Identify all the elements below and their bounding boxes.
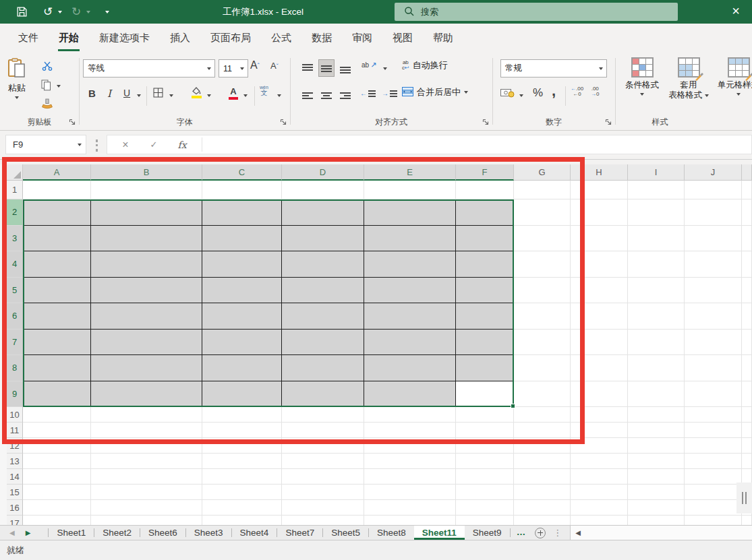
- cell-i17[interactable]: [628, 516, 685, 525]
- cell-a12[interactable]: [23, 438, 91, 454]
- column-header-i[interactable]: I: [628, 164, 685, 181]
- accounting-dropdown-icon[interactable]: [519, 94, 523, 97]
- cell-d4[interactable]: [282, 251, 364, 278]
- row-header-6[interactable]: 6: [7, 303, 23, 330]
- cell-c5[interactable]: [202, 278, 282, 304]
- redo-dropdown-icon[interactable]: [86, 11, 90, 13]
- cell-b1[interactable]: [91, 181, 202, 199]
- cell-e5[interactable]: [364, 278, 456, 304]
- cell-b15[interactable]: [91, 485, 202, 500]
- font-dialog-launcher-icon[interactable]: [280, 119, 288, 127]
- cell-e1[interactable]: [364, 181, 456, 199]
- cell-c9[interactable]: [202, 381, 282, 408]
- decrease-font-size-icon[interactable]: Aˇ: [270, 61, 279, 71]
- row-header-9[interactable]: 9: [7, 381, 23, 408]
- align-middle-icon[interactable]: [318, 59, 335, 77]
- cell-a1[interactable]: [23, 181, 91, 199]
- row-header-5[interactable]: 5: [7, 278, 23, 304]
- row-header-7[interactable]: 7: [7, 330, 23, 356]
- cell-i8[interactable]: [628, 355, 685, 381]
- cell-c10[interactable]: [202, 407, 282, 423]
- cell-f13[interactable]: [456, 454, 514, 469]
- cell-f16[interactable]: [456, 500, 514, 516]
- increase-font-size-icon[interactable]: Aˆ: [250, 59, 260, 71]
- phonetic-dropdown-icon[interactable]: [277, 94, 281, 97]
- cell-a4[interactable]: [23, 251, 91, 278]
- quick-access-customize-icon[interactable]: [105, 11, 109, 13]
- cell-e17[interactable]: [364, 516, 456, 525]
- cell-i9[interactable]: [628, 381, 685, 408]
- cell-j10[interactable]: [685, 407, 742, 423]
- cell-j11[interactable]: [685, 423, 742, 438]
- cell-i4[interactable]: [628, 251, 685, 278]
- column-header-c[interactable]: C: [202, 164, 282, 181]
- cell-h14[interactable]: [571, 469, 628, 485]
- name-box[interactable]: F9: [5, 135, 86, 154]
- cell-e15[interactable]: [364, 485, 456, 500]
- cell-g4[interactable]: [514, 251, 571, 278]
- scroll-left-icon[interactable]: ◀: [575, 526, 581, 540]
- cell-b4[interactable]: [91, 251, 202, 278]
- cell-j8[interactable]: [685, 355, 742, 381]
- cell-h8[interactable]: [571, 355, 628, 381]
- column-header-b[interactable]: B: [91, 164, 202, 181]
- row-header-17[interactable]: 17: [7, 516, 23, 525]
- cell-c17[interactable]: [202, 516, 282, 525]
- cell-f9[interactable]: [456, 381, 514, 408]
- merge-center-dropdown-icon[interactable]: [464, 91, 468, 94]
- comma-style-icon[interactable]: ,: [552, 82, 556, 100]
- tab-bar-options-icon[interactable]: ⋮: [553, 526, 562, 540]
- cell-a17[interactable]: [23, 516, 91, 525]
- cell-a14[interactable]: [23, 469, 91, 485]
- formula-input[interactable]: × ✓ fx: [107, 135, 752, 154]
- cell-f4[interactable]: [456, 251, 514, 278]
- cell-g5[interactable]: [514, 278, 571, 304]
- cell-e11[interactable]: [364, 423, 456, 438]
- cell-j14[interactable]: [685, 469, 742, 485]
- sheet-tab-sheet3[interactable]: Sheet3: [186, 526, 231, 540]
- sheet-tab-sheet7[interactable]: Sheet7: [277, 526, 322, 540]
- increase-decimal-icon[interactable]: ←.00 ←0: [571, 86, 583, 97]
- cell-h17[interactable]: [571, 516, 628, 525]
- wrap-text-button[interactable]: ab c↩ 自动换行: [402, 59, 448, 71]
- cell-d14[interactable]: [282, 469, 364, 485]
- italic-icon[interactable]: I: [107, 88, 111, 100]
- cell-e3[interactable]: [364, 226, 456, 252]
- cell-i10[interactable]: [628, 407, 685, 423]
- cell-d11[interactable]: [282, 423, 364, 438]
- cell-h11[interactable]: [571, 423, 628, 438]
- ribbon-tab-custom[interactable]: 新建选项卡: [89, 24, 160, 53]
- cell-i11[interactable]: [628, 423, 685, 438]
- cell-e9[interactable]: [364, 381, 456, 408]
- new-sheet-icon[interactable]: [535, 528, 546, 538]
- cell-c8[interactable]: [202, 355, 282, 381]
- cell-d6[interactable]: [282, 303, 364, 330]
- cell-i15[interactable]: [628, 485, 685, 500]
- cell-d13[interactable]: [282, 454, 364, 469]
- cell-g10[interactable]: [514, 407, 571, 423]
- cell-i7[interactable]: [628, 330, 685, 356]
- sheet-tab-sheet8[interactable]: Sheet8: [369, 526, 414, 540]
- ribbon-tab-help[interactable]: 帮助: [423, 24, 463, 53]
- cell-j13[interactable]: [685, 454, 742, 469]
- cell-a15[interactable]: [23, 485, 91, 500]
- cell-g2[interactable]: [514, 199, 571, 226]
- cell-e4[interactable]: [364, 251, 456, 278]
- cell-c11[interactable]: [202, 423, 282, 438]
- cell-g12[interactable]: [514, 438, 571, 454]
- cell-b7[interactable]: [91, 330, 202, 356]
- phonetic-guide-icon[interactable]: wén 文: [260, 85, 268, 96]
- column-header-g[interactable]: G: [514, 164, 571, 181]
- sheet-tab-sheet4[interactable]: Sheet4: [232, 526, 277, 540]
- select-all-corner[interactable]: [7, 164, 23, 181]
- cell-j16[interactable]: [685, 500, 742, 516]
- cell-a10[interactable]: [23, 407, 91, 423]
- cell-j15[interactable]: [685, 485, 742, 500]
- cell-c16[interactable]: [202, 500, 282, 516]
- sheet-tab-sheet1[interactable]: Sheet1: [49, 526, 94, 540]
- undo-dropdown-icon[interactable]: [58, 11, 62, 13]
- align-top-icon[interactable]: [299, 59, 316, 77]
- row-header-1[interactable]: 1: [7, 181, 23, 199]
- cell-c7[interactable]: [202, 330, 282, 356]
- vertical-scrollbar-thumb[interactable]: [736, 483, 752, 514]
